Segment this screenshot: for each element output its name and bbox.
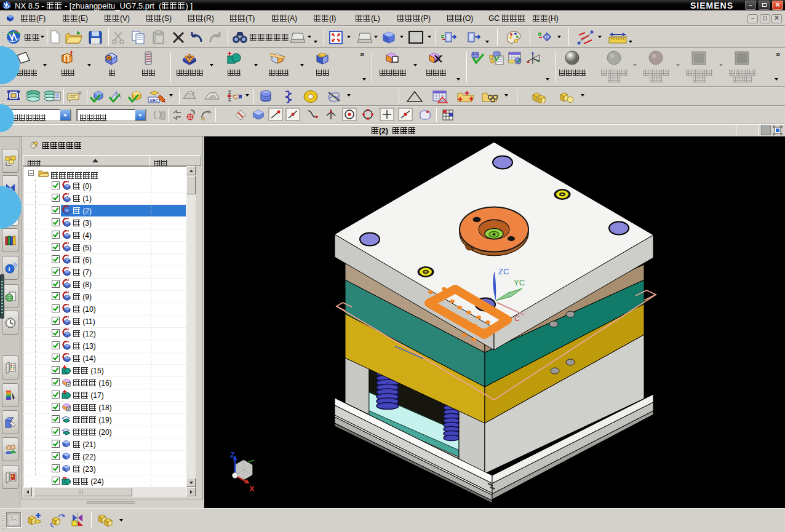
svg-text:i: i (9, 266, 10, 272)
svg-text:ABC: ABC (149, 98, 159, 103)
svg-text:YC: YC (514, 278, 525, 287)
svg-text:X: X (249, 484, 255, 493)
svg-text:C: C (514, 314, 520, 323)
svg-text:ZC: ZC (498, 267, 509, 276)
svg-text:Z: Z (230, 450, 235, 459)
